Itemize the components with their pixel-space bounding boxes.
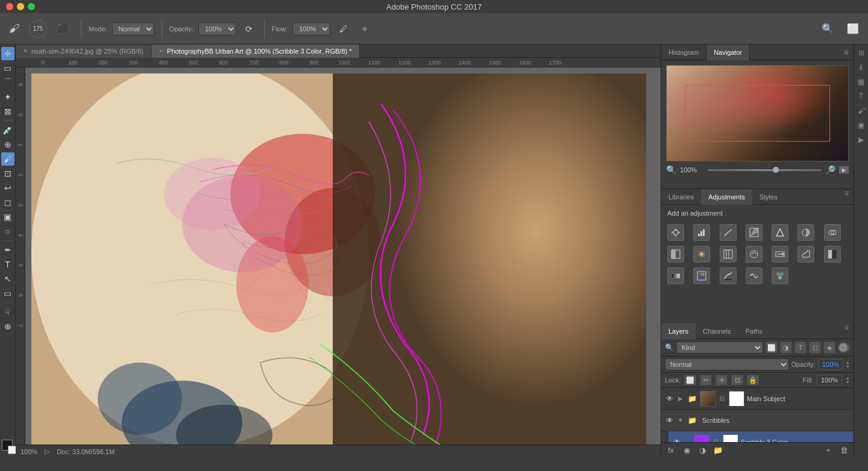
eraser-tool[interactable]: ◻ bbox=[1, 196, 14, 209]
tab-photography-bb[interactable]: ✕ PhotographyBB Urban Art @ 100% (Scribb… bbox=[151, 45, 359, 58]
canvas-area[interactable] bbox=[25, 67, 661, 444]
lock-position-btn[interactable]: ✛ bbox=[715, 375, 728, 385]
layer-fx-btn[interactable]: fx bbox=[665, 445, 677, 456]
tab-histogram[interactable]: Histogram bbox=[661, 45, 706, 60]
filter-type-btn[interactable]: T bbox=[794, 342, 807, 354]
adj-vibrance[interactable] bbox=[772, 224, 788, 241]
adj-exposure[interactable] bbox=[746, 224, 763, 241]
filter-toggle[interactable] bbox=[838, 342, 850, 353]
fill-arrows[interactable]: ▲ ▼ bbox=[846, 376, 850, 384]
filter-adjustment-btn[interactable]: ◑ bbox=[780, 342, 792, 354]
layer-group-btn[interactable]: 📁 bbox=[712, 445, 724, 456]
right-icon-layers2[interactable]: ▦ bbox=[855, 76, 867, 88]
right-icon-arrow[interactable]: ▶ bbox=[855, 134, 867, 146]
filter-smart-btn[interactable]: ◈ bbox=[823, 342, 835, 354]
tab-styles[interactable]: Styles bbox=[752, 189, 785, 205]
layer-main-subject-expand[interactable]: ▶ bbox=[677, 395, 684, 402]
adj-posterize[interactable] bbox=[797, 246, 814, 263]
filter-shape-btn[interactable]: ◻ bbox=[809, 342, 821, 354]
clone-tool[interactable]: ⊡ bbox=[1, 167, 14, 180]
nav-zoom-slider[interactable] bbox=[708, 169, 822, 171]
tab-close-1[interactable]: ✕ bbox=[23, 48, 28, 54]
adj-selectivecolor[interactable] bbox=[693, 267, 710, 284]
lock-transparent-btn[interactable]: ⬜ bbox=[684, 375, 696, 385]
right-icon-text[interactable]: T bbox=[855, 90, 867, 102]
adj-variations[interactable] bbox=[772, 267, 788, 284]
fill-value[interactable]: 100% bbox=[817, 375, 842, 385]
layer-new-btn[interactable]: + bbox=[822, 445, 834, 456]
quick-select-tool[interactable]: ✦ bbox=[1, 90, 14, 104]
tab-noah-sim[interactable]: ✕ noah-sim-249042.jpg @ 25% (RGB/8) bbox=[16, 45, 151, 58]
nav-slider-thumb[interactable] bbox=[773, 167, 779, 173]
adj-bw[interactable] bbox=[667, 246, 684, 263]
fill-up[interactable]: ▲ bbox=[846, 376, 850, 380]
history-brush-tool[interactable]: ↩ bbox=[1, 181, 14, 195]
opacity-arrows[interactable]: ▲ ▼ bbox=[846, 360, 850, 369]
shape-tool[interactable]: ▭ bbox=[1, 287, 14, 300]
layers-list[interactable]: 👁 ▶ 📁 ⛓ Main Subject bbox=[661, 388, 854, 442]
opacity-always-btn[interactable]: ⟳ bbox=[241, 22, 257, 36]
opacity-select[interactable]: 100% bbox=[198, 22, 236, 36]
layer-scribbles-expand[interactable]: ▼ bbox=[677, 417, 684, 424]
layer-main-subject-visibility[interactable]: 👁 bbox=[665, 394, 675, 404]
layer-main-subject[interactable]: 👁 ▶ 📁 ⛓ Main Subject bbox=[661, 388, 854, 410]
adj-threshold[interactable] bbox=[824, 246, 841, 263]
navigator-panel-menu[interactable]: ≡ bbox=[839, 48, 854, 57]
nav-thumbnail[interactable] bbox=[666, 65, 849, 161]
brush-tool-icon[interactable]: 🖌 bbox=[5, 20, 24, 37]
text-tool[interactable]: T bbox=[1, 258, 14, 271]
tab-navigator[interactable]: Navigator bbox=[706, 45, 750, 60]
lock-all-btn[interactable]: 🔒 bbox=[747, 375, 759, 385]
workspace-btn[interactable]: ⬜ bbox=[843, 20, 863, 37]
fill-down[interactable]: ▼ bbox=[846, 380, 850, 384]
nav-zoom-out[interactable]: 🔍 bbox=[666, 165, 676, 175]
tab-close-2[interactable]: ✕ bbox=[159, 48, 163, 54]
move-tool[interactable]: ✛ bbox=[1, 47, 14, 60]
brush-preset-button[interactable]: ⬛ bbox=[53, 20, 74, 37]
layer-mask-btn[interactable]: ◉ bbox=[681, 445, 693, 456]
zoom-tool[interactable]: ⊕ bbox=[1, 320, 14, 333]
heal-tool[interactable]: ⊕ bbox=[1, 138, 14, 151]
brush-size-control[interactable]: 175 bbox=[29, 20, 47, 38]
adj-colorlookup[interactable] bbox=[746, 246, 763, 263]
layer-delete-btn[interactable]: 🗑 bbox=[838, 445, 850, 456]
airbrush-btn[interactable]: 🖊 bbox=[335, 22, 352, 36]
adj-brightness[interactable] bbox=[667, 224, 684, 241]
opacity-down[interactable]: ▼ bbox=[846, 364, 850, 369]
close-button[interactable] bbox=[6, 3, 13, 10]
dodge-tool[interactable]: ○ bbox=[1, 225, 14, 238]
background-color[interactable] bbox=[8, 446, 16, 454]
tab-layers[interactable]: Layers bbox=[661, 323, 696, 339]
nav-rotate-btn[interactable]: ▸ bbox=[839, 166, 849, 173]
adj-hdrtoning[interactable] bbox=[746, 267, 763, 284]
eyedropper-tool[interactable]: 💉 bbox=[1, 123, 14, 137]
right-icon-info[interactable]: ℹ bbox=[855, 61, 867, 73]
filter-type-select[interactable]: Kind bbox=[676, 342, 763, 354]
blend-mode-select[interactable]: Normal bbox=[665, 358, 789, 370]
flow-select[interactable]: 100% bbox=[292, 22, 330, 36]
color-swatches[interactable] bbox=[2, 440, 14, 455]
adj-photofilter[interactable] bbox=[693, 246, 710, 263]
brush-size-indicator[interactable]: 175 bbox=[29, 20, 47, 38]
gradient-tool[interactable]: ▣ bbox=[1, 210, 14, 223]
nav-zoom-in[interactable]: 🔎 bbox=[825, 165, 835, 175]
adj-curves[interactable] bbox=[720, 224, 737, 241]
layers-panel-menu[interactable]: ≡ bbox=[840, 323, 854, 338]
tab-adjustments[interactable]: Adjustments bbox=[701, 189, 752, 205]
path-select-tool[interactable]: ↖ bbox=[1, 272, 14, 285]
brush-tool[interactable]: 🖌 bbox=[1, 152, 14, 166]
adj-levels[interactable] bbox=[693, 224, 710, 241]
opacity-up[interactable]: ▲ bbox=[846, 360, 850, 364]
lasso-tool[interactable]: ⌒ bbox=[1, 76, 14, 89]
opacity-value[interactable]: 100% bbox=[818, 359, 843, 370]
adj-colorbalance[interactable] bbox=[824, 224, 841, 241]
adj-invert[interactable] bbox=[772, 246, 788, 263]
layer-scribbles-visibility[interactable]: 👁 bbox=[665, 416, 675, 425]
search-btn[interactable]: 🔍 bbox=[817, 20, 838, 37]
right-icon-brush2[interactable]: 🖌 bbox=[855, 105, 867, 117]
smoothing-btn[interactable]: ✧ bbox=[357, 22, 373, 36]
hand-tool[interactable]: ☟ bbox=[1, 305, 14, 319]
adj-huesat[interactable] bbox=[797, 224, 814, 241]
crop-tool[interactable]: ⊠ bbox=[1, 105, 14, 118]
layer-scribble3color[interactable]: 👁 ▶ ⛓ Scribble 3 Color bbox=[668, 431, 854, 442]
